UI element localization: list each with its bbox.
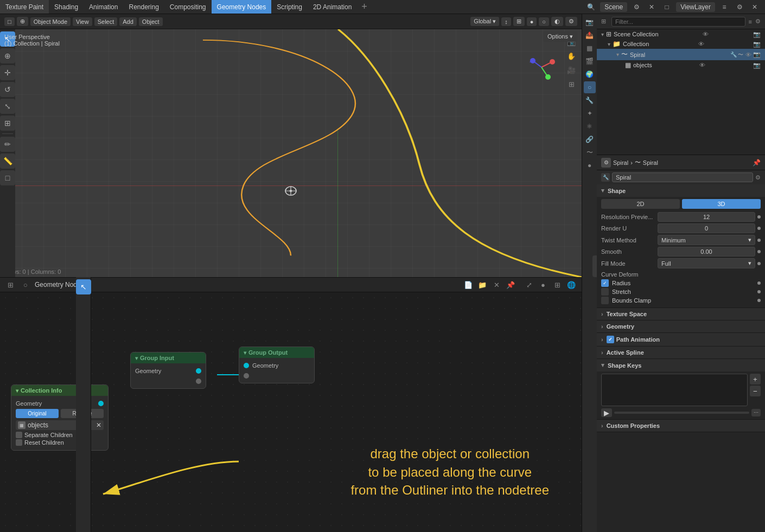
spiral-render[interactable]: 📷 <box>753 51 761 58</box>
outliner-settings-icon[interactable]: ⚙ <box>755 18 761 25</box>
search-icon[interactable]: 🔍 <box>585 1 597 13</box>
rotate-icon[interactable]: 🎥 <box>565 64 577 76</box>
collection-eye[interactable]: 👁 <box>697 41 705 47</box>
shading-wire-icon[interactable]: ○ <box>539 17 549 26</box>
scale-tool-btn[interactable]: ⤡ <box>0 99 15 114</box>
radius-dot[interactable] <box>757 281 761 285</box>
viewport-canvas[interactable]: User Perspective (1) Collection | Spiral <box>0 29 582 277</box>
overlay-icon[interactable]: ⊞ <box>513 17 525 26</box>
fill-mode-dropdown[interactable]: Full ▾ <box>658 258 755 268</box>
breadcrumb-spiral2[interactable]: Spiral <box>643 159 658 166</box>
outliner-filter-icon[interactable]: ≡ <box>749 18 752 25</box>
ci-original-btn[interactable]: Original <box>16 409 59 418</box>
measure-btn[interactable]: 📏 <box>0 153 15 169</box>
view-menu[interactable]: View <box>73 17 92 26</box>
spiral-extra-icon2[interactable]: 〜 <box>738 51 743 59</box>
bounds-clamp-dot[interactable] <box>757 299 761 302</box>
texture-space-header[interactable]: › Texture Space <box>597 308 765 320</box>
prop-tab-view-layer[interactable]: ▦ <box>584 42 596 54</box>
outliner-spiral[interactable]: ▾ 〜 Spiral 🔧 〜 👁 📷 <box>597 49 765 60</box>
ci-geometry-socket[interactable] <box>98 401 104 406</box>
twist-method-dot[interactable] <box>757 239 761 242</box>
menu-item-shading[interactable]: Shading <box>49 0 84 14</box>
spiral-eye[interactable]: 👁 <box>744 52 752 58</box>
btn-3d[interactable]: 3D <box>682 199 761 209</box>
menu-item-compositing[interactable]: Compositing <box>164 0 212 14</box>
ne-new-icon[interactable]: 📄 <box>462 279 474 291</box>
objects-render[interactable]: 📷 <box>753 62 761 69</box>
prop-tab-output[interactable]: 📤 <box>584 29 596 41</box>
move-icon[interactable]: ✋ <box>565 50 577 62</box>
ne-viewport-icon[interactable]: 🌐 <box>565 279 577 291</box>
viewport-3d[interactable]: □ ⊕ Object Mode View Select Add Object G… <box>0 14 582 277</box>
ci-separate-children-checkbox[interactable] <box>16 432 22 438</box>
global-dropdown[interactable]: Global ▾ <box>470 17 499 26</box>
ne-overlay-icon[interactable]: ⊞ <box>551 279 563 291</box>
ne-close-icon[interactable]: ✕ <box>490 279 502 291</box>
shading-solid-icon[interactable]: ● <box>527 17 537 26</box>
viewport-type-icon[interactable]: ⊕ <box>17 17 28 26</box>
btn-2d[interactable]: 2D <box>601 199 680 209</box>
prop-tab-object[interactable]: ○ <box>584 81 596 93</box>
modifier-name[interactable]: Spiral <box>612 172 753 182</box>
rotate-tool-btn[interactable]: ↺ <box>0 82 15 97</box>
collection-render[interactable]: 📷 <box>753 41 761 48</box>
scene-collection-eye[interactable]: 👁 <box>702 31 710 37</box>
modifier-settings-icon[interactable]: ⚙ <box>755 174 761 181</box>
view-layer-label[interactable]: ViewLayer <box>676 2 715 12</box>
right-panel-resize-handle[interactable] <box>592 255 597 277</box>
grid-icon[interactable]: ⊞ <box>565 78 577 90</box>
ci-reset-children-checkbox[interactable] <box>16 439 22 446</box>
ci-objects-remove[interactable]: ✕ <box>96 421 101 429</box>
add-menu[interactable]: Add <box>119 17 137 26</box>
outliner-collection[interactable]: ▾ 📁 Collection 👁 📷 <box>597 39 765 49</box>
object-menu[interactable]: Object <box>139 17 163 26</box>
outliner-objects[interactable]: ▦ objects 👁 📷 <box>597 60 765 70</box>
scene-label[interactable]: Scene <box>600 2 627 12</box>
ne-type-icon[interactable]: ⊞ <box>4 279 16 291</box>
breadcrumb-spiral1[interactable]: Spiral <box>613 159 628 166</box>
stretch-dot[interactable] <box>757 290 761 293</box>
path-animation-header[interactable]: › ✓ Path Animation <box>597 333 765 346</box>
render-u-dot[interactable] <box>757 227 761 230</box>
outliner-scene-collection[interactable]: ▾ ⊞ Scene Collection 👁 📷 <box>597 29 765 39</box>
cube-btn[interactable]: □ <box>0 170 15 185</box>
menu-item-texture-paint[interactable]: Texture Paint <box>0 0 49 14</box>
view-layer-icon[interactable]: □ <box>661 1 673 13</box>
render-u-value[interactable]: 0 <box>658 223 755 233</box>
shape-keys-timeline[interactable] <box>614 412 749 414</box>
objects-eye[interactable]: 👁 <box>699 62 706 68</box>
prop-tab-render[interactable]: 📷 <box>584 16 596 28</box>
close-scene-icon[interactable]: ✕ <box>646 1 658 13</box>
nav-gizmo[interactable]: X Y Z <box>525 51 558 84</box>
active-spline-header[interactable]: › Active Spline <box>597 347 765 358</box>
resolution-preview-value[interactable]: 12 <box>658 212 755 222</box>
radius-checkbox[interactable]: ✓ <box>601 279 609 287</box>
shading-rendered-icon[interactable]: ◐ <box>551 17 563 26</box>
group-input-extra-socket[interactable] <box>196 379 201 384</box>
prop-tab-particles[interactable]: ✦ <box>584 107 596 119</box>
geometry-header[interactable]: › Geometry <box>597 321 765 332</box>
prop-tab-world[interactable]: 🌍 <box>584 68 596 80</box>
menu-item-geometry-nodes[interactable]: Geometry Nodes <box>212 0 272 14</box>
move-tool-btn[interactable]: ✛ <box>0 65 15 80</box>
prop-tab-modifiers[interactable]: 🔧 <box>584 94 596 106</box>
shape-section-header[interactable]: ▾ Shape <box>597 184 765 197</box>
outliner-search-input[interactable] <box>611 17 745 27</box>
ne-pin2-icon[interactable]: 📌 <box>505 279 517 291</box>
resolution-preview-dot[interactable] <box>757 215 761 219</box>
spiral-extra-icon1[interactable]: 🔧 <box>730 52 737 57</box>
scene-collection-render[interactable]: 📷 <box>753 31 761 38</box>
prop-tab-data[interactable]: 〜 <box>584 146 596 158</box>
path-animation-checkbox[interactable]: ✓ <box>607 336 614 343</box>
viewport-mode-icon[interactable]: □ <box>4 17 15 26</box>
prop-tab-constraints[interactable]: 🔗 <box>584 133 596 145</box>
shape-keys-list[interactable] <box>601 374 748 406</box>
custom-properties-header[interactable]: › Custom Properties <box>597 420 765 432</box>
ne-open-icon[interactable]: 📁 <box>476 279 488 291</box>
options-button[interactable]: Options ▾ <box>543 31 577 42</box>
object-mode-dropdown[interactable]: Object Mode <box>30 17 71 26</box>
bounds-clamp-checkbox[interactable] <box>601 297 609 304</box>
smooth-dot[interactable] <box>757 250 761 253</box>
menu-item-scripting[interactable]: Scripting <box>271 0 308 14</box>
